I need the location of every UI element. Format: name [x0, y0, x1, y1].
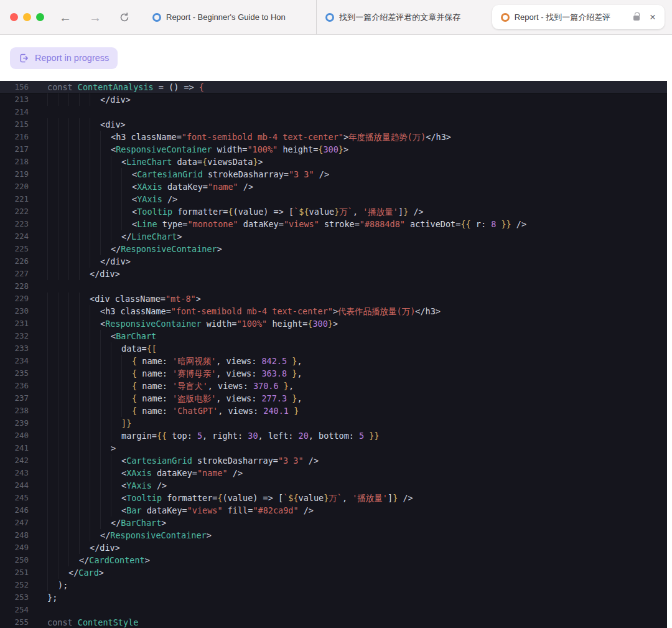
- back-button[interactable]: ←: [59, 11, 72, 24]
- indent-guide: [79, 330, 90, 342]
- line-number: 221: [0, 193, 35, 205]
- indent-guide: [111, 429, 121, 442]
- report-progress-badge[interactable]: Report in progress: [10, 47, 118, 69]
- code-content: <Tooltip formatter={(value) => [`${value…: [35, 205, 424, 218]
- code-token: `: [294, 205, 299, 218]
- indent-guide: [58, 405, 68, 417]
- code-token: {: [217, 492, 222, 504]
- code-content: { name: '导盲犬', views: 370.6 },: [35, 380, 294, 392]
- code-content: </CardContent>: [35, 554, 150, 566]
- code-token: 万`: [339, 205, 353, 218]
- code-token: ,: [289, 380, 294, 392]
- indent-guide: [121, 193, 132, 205]
- code-token: "views": [284, 218, 319, 230]
- indent-guide: [58, 268, 68, 280]
- code-token: data=: [172, 156, 202, 168]
- indent-guide: [58, 330, 68, 342]
- forward-button[interactable]: →: [89, 11, 101, 24]
- indent-guide: [58, 143, 68, 156]
- tab-report-active[interactable]: Report - 找到一篇介绍差评 ×: [492, 5, 665, 29]
- code-content: };: [35, 591, 57, 604]
- lock-icon: [633, 16, 640, 21]
- code-token: <: [121, 156, 126, 168]
- indent-guide: [111, 205, 121, 218]
- indent-guide: [47, 479, 58, 492]
- indent-guide: [79, 367, 90, 380]
- indent-guide: [100, 380, 111, 392]
- code-content: <CartesianGrid strokeDasharray="3 3" />: [35, 168, 329, 180]
- code-content: <h3 className="font-semibold mb-4 text-c…: [35, 305, 441, 317]
- indent-guide: [58, 479, 68, 492]
- code-content: <CartesianGrid strokeDasharray="3 3" />: [35, 454, 319, 467]
- tab-title: Report - Beginner's Guide to Hon: [166, 12, 307, 22]
- line-number: 156: [0, 81, 35, 93]
- code-token: };: [47, 591, 57, 604]
- indent-guide: [100, 454, 111, 467]
- indent-guide: [111, 218, 121, 230]
- code-editor[interactable]: 156const ContentAnalysis = () => {213</d…: [0, 81, 667, 628]
- code-token: {: [132, 367, 137, 380]
- indent-guide: [68, 93, 79, 106]
- indent-guide: [111, 380, 121, 392]
- code-token: 年度播放量趋势(万): [348, 131, 426, 143]
- indent-guide: [68, 442, 79, 454]
- code-token: ,: [297, 392, 302, 405]
- indent-guide: [68, 180, 79, 193]
- indent-guide: [68, 342, 79, 355]
- line-number: 217: [0, 143, 35, 156]
- code-token: fill=: [223, 504, 253, 517]
- maximize-window-button[interactable]: [36, 13, 44, 21]
- code-line: 218<LineChart data={viewsData}>: [0, 156, 667, 168]
- tab-title: Report - 找到一篇介绍差评: [515, 12, 626, 23]
- code-token: </: [111, 243, 121, 255]
- code-token: , views:: [216, 392, 261, 405]
- indent-guide: [47, 317, 58, 330]
- indent-guide: [79, 293, 90, 305]
- line-number: 220: [0, 180, 35, 193]
- code-token: >: [333, 317, 338, 330]
- indent-guide: [90, 93, 100, 106]
- indent-guide: [47, 442, 58, 454]
- code-line: 253};: [0, 591, 667, 604]
- indent-guide: [68, 479, 79, 492]
- indent-guide: [90, 255, 100, 268]
- code-token: >: [196, 293, 201, 305]
- code-line: 217<ResponsiveContainer width="100%" hei…: [0, 143, 667, 156]
- code-content: </div>: [35, 93, 131, 106]
- code-token: r:: [471, 218, 492, 230]
- indent-guide: [47, 131, 58, 143]
- indent-guide: [68, 230, 79, 243]
- indent-guide: [68, 380, 79, 392]
- code-token: >: [343, 131, 348, 143]
- code-content: </div>: [35, 255, 131, 268]
- code-token: }: [279, 380, 289, 392]
- code-token: width=: [212, 143, 248, 156]
- reload-button[interactable]: [119, 12, 130, 23]
- code-token: <: [132, 193, 137, 205]
- indent-guide: [47, 355, 58, 367]
- indent-guide: [47, 554, 58, 566]
- code-token: }: [328, 317, 333, 330]
- indent-guide: [68, 131, 79, 143]
- nav-controls: ← →: [59, 11, 130, 24]
- code-token: <: [121, 467, 126, 479]
- line-number: 215: [0, 118, 35, 131]
- indent-guide: [100, 168, 111, 180]
- close-window-button[interactable]: [10, 13, 18, 21]
- close-tab-button[interactable]: ×: [650, 12, 656, 22]
- minimize-window-button[interactable]: [23, 13, 31, 21]
- code-token: data=: [121, 342, 147, 355]
- code-token: {: [202, 156, 207, 168]
- code-token: '导盲犬': [172, 380, 208, 392]
- code-token: const: [47, 616, 78, 628]
- code-token: >: [333, 305, 338, 317]
- code-token: "#82ca9d": [253, 504, 298, 517]
- tab-report-guide[interactable]: Report - Beginner's Guide to Hon: [144, 0, 316, 34]
- tab-find-article[interactable]: 找到一篇介绍差评君的文章并保存: [316, 0, 489, 34]
- indent-guide: [58, 317, 68, 330]
- code-line: 250</CardContent>: [0, 554, 667, 566]
- code-line: 242<CartesianGrid strokeDasharray="3 3" …: [0, 454, 667, 467]
- indent-guide: [100, 405, 111, 417]
- code-token: 20: [299, 429, 309, 442]
- code-token: ${: [288, 492, 298, 504]
